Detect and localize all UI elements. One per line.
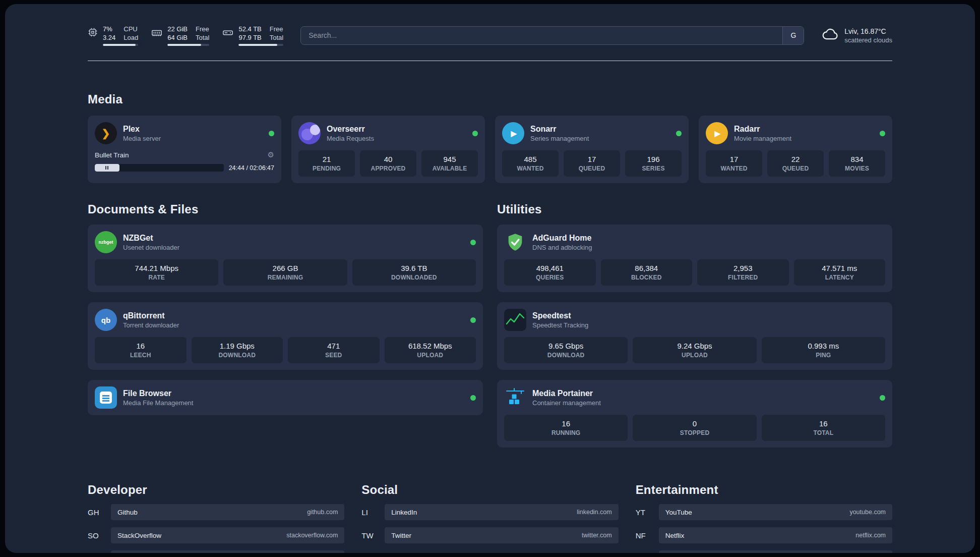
bookmark-abbr: SO [88,531,111,540]
stat-upload: 618.52 Mbps UPLOAD [385,337,476,363]
stat-wanted: 17 WANTED [706,150,762,177]
app-name: AdGuard Home [532,234,592,243]
bookmark-url: stackoverflow.com [286,532,338,539]
status-dot [470,395,476,401]
bookmark-url: youtube.com [849,509,886,516]
stat-latency: 47.571 ms LATENCY [794,259,886,286]
bookmark-name: Twitter [391,532,411,539]
app-name: Plex [123,125,161,134]
app-subtitle: DNS and adblocking [532,244,592,251]
bookmark-name: YouTube [665,509,692,516]
documents-section-title: Documents & Files [88,202,483,216]
status-dot [472,131,478,136]
stat-remaining: 266 GB REMAINING [223,259,347,286]
speedtest-card[interactable]: Speedtest Speedtest Tracking 9.65 Gbps D… [497,302,892,370]
bookmark-youtube[interactable]: YT YouTube youtube.com [636,504,892,520]
bookmark-abbr: GH [88,508,111,517]
filebrowser-card[interactable]: File Browser Media File Management [88,380,483,415]
app-subtitle: Movie management [734,135,791,142]
stat-approved: 40 APPROVED [360,150,416,177]
disk-widget: 52.4 TB 97.9 TB Free Total [222,25,283,46]
stat-blocked: 86,384 BLOCKED [601,259,693,286]
bookmark-twitter[interactable]: TW Twitter twitter.com [361,527,618,543]
bookmark-github[interactable]: GH Github github.com [88,504,344,520]
stat-upload: 9.24 Gbps UPLOAD [633,337,756,363]
gear-icon[interactable]: ⚙ [268,150,274,159]
stat-seed: 471 SEED [288,337,380,363]
app-subtitle: Usenet downloader [123,244,179,251]
plex-card[interactable]: ❯ Plex Media server Bullet Train ⚙ [88,116,281,183]
status-dot [269,131,274,136]
disk-total-label: Total [270,34,283,41]
bookmark-dev[interactable]: DT DEV dev.to [88,550,344,553]
now-playing-title: Bullet Train [95,151,129,159]
cloud-icon [821,25,839,45]
social-section-title: Social [361,483,618,497]
sonarr-card[interactable]: ▶ Sonarr Series management 485 WANTED 17 [495,116,689,183]
bookmark-stackoverflow[interactable]: SO StackOverflow stackoverflow.com [88,527,344,543]
stat-series: 196 SERIES [625,150,682,177]
bookmark-abbr: LI [361,508,385,517]
weather-condition: scattered clouds [844,36,892,44]
dashboard-page: 7% 3.24 CPU Load [5,4,975,553]
top-bar: 7% 3.24 CPU Load [88,23,892,47]
bookmark-url: twitter.com [582,532,612,539]
cpu-load-label: Load [124,34,138,41]
memory-widget: 22 GiB 64 GiB Free Total [151,25,209,46]
bookmark-abbr: TW [361,531,385,540]
utilities-section-title: Utilities [497,202,892,216]
cpu-percent: 7% [103,25,115,33]
bookmark-url: github.com [307,509,338,516]
cpu-icon [88,27,98,39]
disk-total-value: 97.9 TB [238,34,261,41]
app-subtitle: Media Requests [327,135,374,142]
search-bar: G [300,26,804,45]
stat-queries: 498,461 QUERIES [504,259,596,286]
stat-rate: 744.21 Mbps RATE [95,259,218,286]
cpu-progress-bar [103,44,138,46]
search-input[interactable] [301,27,782,44]
app-name: Sonarr [530,125,589,134]
sonarr-icon: ▶ [502,122,524,144]
entertainment-group: Entertainment YT YouTube youtube.com NF … [636,483,892,553]
overseerr-card[interactable]: Overseerr Media Requests 21 PENDING 40 A… [291,116,485,183]
search-engine-button[interactable]: G [782,27,804,44]
portainer-card[interactable]: Media Portainer Container management 16 … [497,380,892,448]
playback-time: 24:44 / 02:06:47 [229,164,274,172]
bookmark-linkedin[interactable]: LI LinkedIn linkedin.com [361,504,618,520]
adguard-card[interactable]: AdGuard Home DNS and adblocking 498,461 … [497,225,892,292]
bookmark-name: Netflix [665,532,685,539]
bookmark-reddit[interactable]: RE Reddit reddit.com [636,550,892,553]
stat-stopped: 0 STOPPED [633,415,756,441]
app-name: File Browser [123,389,193,398]
app-subtitle: Media server [123,135,161,142]
bookmark-netflix[interactable]: NF Netflix netflix.com [636,527,892,543]
stat-running: 16 RUNNING [504,415,628,441]
memory-total-label: Total [196,34,209,41]
status-dot [470,240,476,245]
documents-column: Documents & Files nzbget NZBGet Usenet d… [88,202,483,448]
disk-icon [222,27,233,40]
status-dot [676,131,682,136]
radarr-card[interactable]: ▶ Radarr Movie management 17 WANTED 22 [699,116,892,183]
adguard-icon [504,231,526,253]
pause-icon[interactable] [95,164,119,172]
plex-icon: ❯ [95,122,117,144]
nzbget-card[interactable]: nzbget NZBGet Usenet downloader 744.21 M… [88,225,483,292]
app-name: Radarr [734,125,791,134]
memory-icon [151,27,162,40]
stat-download: 9.65 Gbps DOWNLOAD [504,337,628,363]
weather-location: Lviv, 16.87°C [844,27,892,35]
app-subtitle: Speedtest Tracking [532,321,588,329]
qbittorrent-card[interactable]: qb qBittorrent Torrent downloader 16 LEE… [88,302,483,370]
cpu-label: CPU [124,25,138,33]
developer-section-title: Developer [88,483,344,497]
bookmark-name: Github [117,509,138,516]
app-name: NZBGet [123,234,179,243]
stat-movies: 834 MOVIES [829,150,885,177]
bookmark-url: netflix.com [855,532,886,539]
playback-progress-bar[interactable] [95,164,224,172]
memory-free-label: Free [196,25,209,33]
filebrowser-icon [95,386,117,409]
bookmark-name: StackOverflow [117,532,161,539]
